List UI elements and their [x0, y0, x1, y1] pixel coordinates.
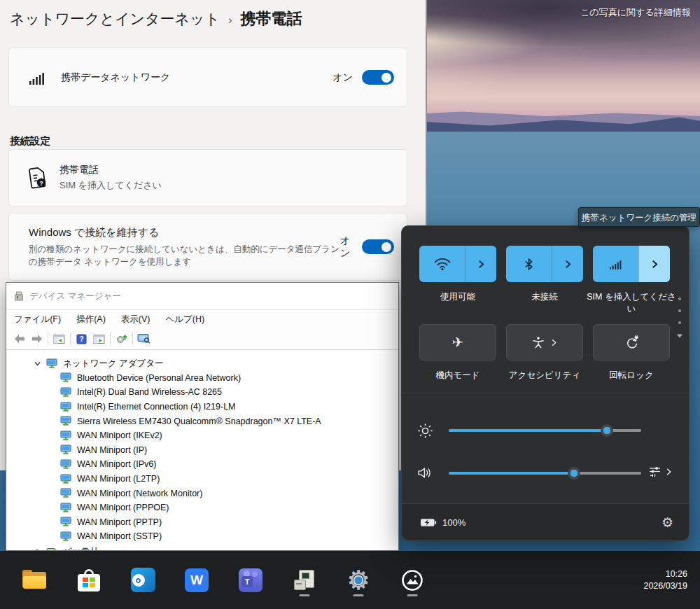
tree-item[interactable]: WAN Miniport (SSTP)	[7, 529, 398, 544]
tree-item-label: WAN Miniport (PPPOE)	[77, 503, 169, 512]
sim-status-card[interactable]: ? 携帯電話 SIM を挿入してください	[8, 149, 407, 206]
volume-icon	[417, 466, 433, 482]
tree-item[interactable]: Intel(R) Ethernet Connection (4) I219-LM	[7, 400, 398, 414]
tree-item[interactable]: WAN Miniport (PPPOE)	[7, 500, 398, 515]
menu-help[interactable]: ヘルプ(H)	[158, 314, 212, 326]
device-manager-titlebar[interactable]: デバイス マネージャー	[6, 283, 398, 309]
bluetooth-tile-label: 未接続	[500, 291, 589, 303]
tree-item[interactable]: Bluetooth Device (Personal Area Network)	[7, 371, 398, 386]
network-adapter-icon	[60, 402, 71, 412]
brightness-slider-thumb[interactable]	[601, 424, 613, 437]
tree-item-label: WAN Miniport (PPTP)	[77, 517, 162, 527]
svg-text:?: ?	[39, 180, 43, 187]
cellular-bars-icon[interactable]	[593, 246, 638, 282]
tree-category-network-adapters[interactable]: ネットワーク アダプター	[7, 356, 398, 371]
breadcrumb-parent[interactable]: ネットワークとインターネット	[10, 9, 220, 29]
tree-item[interactable]: WAN Miniport (IKEv2)	[7, 428, 398, 443]
wifi-tile[interactable]	[419, 246, 496, 282]
divider	[402, 393, 689, 393]
taskbar-clock[interactable]: 10:26 2026/03/19	[643, 568, 687, 592]
device-manager-app-icon	[13, 291, 24, 302]
breadcrumb: ネットワークとインターネット › 携帯電話	[10, 8, 302, 29]
tree-item[interactable]: WAN Miniport (L2TP)	[7, 472, 398, 486]
rotation-lock-tile[interactable]	[593, 324, 670, 360]
airplane-mode-tile[interactable]: ✈	[419, 324, 496, 360]
outlook-button[interactable]: o	[129, 564, 157, 597]
device-manager-toolbar: ?	[6, 328, 398, 350]
teams-icon: T	[239, 568, 262, 592]
airplane-mode-label: 機内モード	[413, 370, 503, 382]
sim-card-icon: ?	[27, 166, 48, 190]
help-icon[interactable]: ?	[73, 330, 90, 347]
photos-taskbar-button[interactable]	[398, 564, 426, 597]
computer-search-icon[interactable]	[135, 330, 153, 347]
network-adapter-icon	[60, 459, 71, 470]
microsoft-store-button[interactable]	[75, 564, 103, 597]
tree-item[interactable]: WAN Miniport (IP)	[7, 443, 398, 458]
network-adapter-icon	[60, 488, 71, 498]
clock-time: 10:26	[643, 568, 687, 580]
menu-action[interactable]: 操作(A)	[69, 314, 113, 326]
cellular-data-toggle[interactable]	[362, 70, 394, 85]
properties-icon[interactable]	[90, 330, 108, 347]
bluetooth-icon[interactable]	[506, 246, 552, 282]
keep-connected-toggle[interactable]	[362, 239, 394, 254]
scan-hardware-icon[interactable]	[113, 330, 130, 347]
accessibility-tile[interactable]	[506, 324, 583, 360]
page-title: 携帯電話	[241, 8, 302, 29]
wifi-icon[interactable]	[419, 246, 465, 282]
wps-office-icon: W	[185, 568, 209, 592]
brightness-slider[interactable]	[449, 429, 641, 432]
settings-taskbar-button[interactable]: ⚙	[344, 564, 372, 597]
chevron-right-icon[interactable]	[34, 547, 41, 550]
network-adapter-icon	[60, 474, 71, 484]
volume-slider[interactable]	[449, 472, 641, 475]
cellular-expand-chevron-icon[interactable]	[638, 246, 670, 282]
tree-item-label: WAN Miniport (L2TP)	[77, 474, 160, 484]
volume-slider-thumb[interactable]	[568, 467, 580, 479]
rotation-lock-icon	[624, 335, 639, 349]
sim-card-subtitle: SIM を挿入してください	[59, 179, 162, 192]
console-tree-icon[interactable]	[50, 330, 68, 347]
tree-item[interactable]: Intel(R) Dual Band Wireless-AC 8265	[7, 385, 398, 400]
accessibility-icon	[531, 336, 545, 349]
spotlight-info-link[interactable]: この写真に関する詳細情報	[574, 6, 697, 19]
quick-settings-pagination[interactable]	[676, 298, 683, 339]
cellular-tile[interactable]	[593, 246, 670, 282]
bluetooth-tile[interactable]	[506, 246, 583, 282]
audio-output-selector[interactable]	[648, 465, 673, 478]
wps-office-button[interactable]: W	[183, 564, 211, 597]
tree-item[interactable]: WAN Miniport (Network Monitor)	[7, 486, 398, 500]
running-indicator	[407, 594, 418, 596]
wifi-expand-chevron-icon[interactable]	[465, 246, 496, 282]
keep-connected-card: Windows で接続を維持する 別の種類のネットワークに接続していないときは、…	[8, 213, 407, 281]
tree-category-battery[interactable]: バッテリ	[7, 544, 398, 550]
tree-item[interactable]: Sierra Wireless EM7430 Qualcomm® Snapdra…	[7, 414, 398, 428]
tree-item[interactable]: WAN Miniport (IPv6)	[7, 457, 398, 472]
battery-device-icon	[46, 546, 57, 550]
back-icon[interactable]	[10, 330, 28, 347]
device-manager-taskbar-button[interactable]	[290, 564, 318, 597]
network-adapter-icon	[60, 517, 71, 527]
chevron-down-icon[interactable]	[34, 360, 41, 368]
bluetooth-expand-chevron-icon[interactable]	[552, 246, 583, 282]
device-manager-window: デバイス マネージャー ファイル(F) 操作(A) 表示(V) ヘルプ(H) ?	[6, 282, 399, 551]
menu-view[interactable]: 表示(V)	[113, 314, 158, 326]
teams-button[interactable]: T	[237, 564, 265, 597]
menu-file[interactable]: ファイル(F)	[6, 314, 69, 326]
network-adapter-icon	[60, 430, 71, 441]
taskbar-apps: o W T ⚙	[21, 564, 426, 597]
device-tree: ネットワーク アダプター Bluetooth Device (Personal …	[7, 350, 398, 550]
tree-item-label: Intel(R) Dual Band Wireless-AC 8265	[77, 387, 222, 397]
cellular-tooltip: 携帯ネットワーク接続の管理	[578, 207, 700, 227]
forward-icon[interactable]	[28, 330, 46, 347]
tree-item[interactable]: WAN Miniport (PPTP)	[7, 515, 398, 530]
keep-connected-title: Windows で接続を維持する	[29, 226, 340, 239]
running-indicator	[354, 594, 364, 596]
file-explorer-button[interactable]	[21, 564, 49, 597]
tree-item-label: WAN Miniport (SSTP)	[77, 531, 162, 541]
outlook-icon: o	[131, 568, 155, 592]
scroll-down-arrow-icon[interactable]	[676, 333, 683, 339]
quick-settings-gear-icon[interactable]: ⚙	[662, 516, 673, 529]
battery-status-icon[interactable]	[420, 517, 437, 528]
